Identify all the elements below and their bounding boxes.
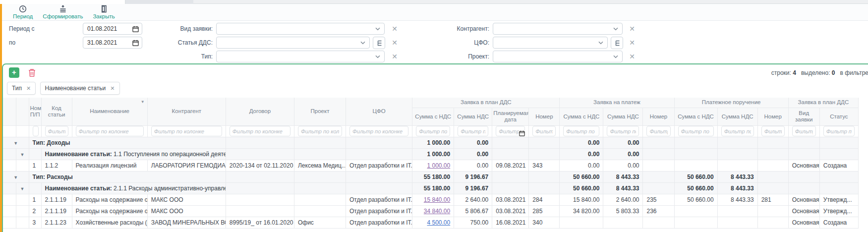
- collapse-group-icon[interactable]: ▼: [20, 186, 25, 191]
- chip-remove-icon[interactable]: ✕: [26, 85, 31, 91]
- cell-name[interactable]: Реализация лицензий: [72, 160, 147, 171]
- cell-pay-nds[interactable]: 5 803.33: [603, 205, 643, 217]
- cell-pay-sum[interactable]: 34 820.00: [560, 205, 603, 217]
- cell-status[interactable]: Утвержд...: [819, 205, 858, 217]
- cell-cfo[interactable]: Отдел разработки и IT...: [346, 160, 412, 171]
- column-header[interactable]: Сумма с НДС: [412, 108, 454, 125]
- cell-vid-zayavki[interactable]: Основная: [788, 160, 819, 171]
- column-header[interactable]: ЦФО: [346, 98, 412, 125]
- cell-pay-nds[interactable]: 0.00: [603, 160, 643, 171]
- cell-project[interactable]: Лексема Медиц...: [294, 160, 346, 171]
- group-expander-cell[interactable]: ▼: [16, 148, 29, 160]
- cell-plan-date[interactable]: 09.08.2021: [492, 160, 529, 171]
- delete-row-button[interactable]: [27, 67, 37, 78]
- cell-plan-date[interactable]: 16.08.2021: [492, 217, 529, 228]
- cell-dogovor[interactable]: [226, 194, 294, 205]
- column-filter-input[interactable]: [76, 126, 144, 136]
- cell-pay-num[interactable]: 235: [643, 194, 674, 205]
- cell-po-sum[interactable]: [674, 205, 717, 217]
- collapse-group-icon[interactable]: ▼: [13, 141, 18, 146]
- filter-select-right-1[interactable]: [493, 37, 608, 49]
- clear-filter-icon[interactable]: ✕: [628, 25, 636, 33]
- chip-remove-icon[interactable]: ✕: [110, 85, 115, 91]
- add-row-button[interactable]: +: [9, 67, 19, 78]
- plan-sum-link[interactable]: 1 000.00: [427, 162, 450, 169]
- column-filter-input[interactable]: [721, 126, 754, 136]
- cell-code[interactable]: 2.1.1.19: [41, 194, 72, 205]
- cell-num[interactable]: 1: [29, 194, 41, 205]
- collapse-group-icon[interactable]: ▼: [13, 175, 18, 180]
- column-header[interactable]: Номер: [643, 108, 674, 125]
- column-header[interactable]: Контрагент: [147, 98, 226, 125]
- column-header[interactable]: [16, 98, 29, 125]
- column-header[interactable]: Планируемая дата: [492, 108, 529, 125]
- cell-plan-num[interactable]: 343: [529, 160, 560, 171]
- cell-project[interactable]: Офис: [294, 217, 346, 228]
- cell-contragent[interactable]: ЛАБОРАТОРИЯ ГЕМОДИАЛ...: [147, 160, 226, 171]
- column-header[interactable]: Сумма НДС: [717, 108, 757, 125]
- cell-cfo[interactable]: Отдел разработки и IT...: [346, 194, 412, 205]
- column-filter-input[interactable]: [458, 126, 488, 136]
- column-header[interactable]: Код статьи: [41, 98, 72, 125]
- column-filter-input[interactable]: [678, 126, 714, 136]
- column-filter-input[interactable]: [416, 126, 450, 136]
- column-filter-input[interactable]: [33, 126, 39, 136]
- cell-po-num[interactable]: [757, 160, 788, 171]
- cell-po-sum[interactable]: 50 660.00: [674, 194, 717, 205]
- group-expander-cell[interactable]: ▼: [3, 137, 29, 148]
- cell-plan-nds[interactable]: 750.00: [454, 217, 492, 228]
- cell-status[interactable]: Создана: [819, 160, 858, 171]
- cell-code[interactable]: 2.1.1.23: [41, 217, 72, 228]
- group-expander-cell[interactable]: ▼: [16, 182, 29, 194]
- cell-plan-num[interactable]: 285: [529, 205, 560, 217]
- cell-vid-zayavki[interactable]: Основная: [788, 217, 819, 228]
- filter-select-mid-0[interactable]: [216, 23, 385, 35]
- plan-sum-link[interactable]: 34 840.00: [424, 208, 450, 215]
- column-header[interactable]: [3, 98, 16, 125]
- cell-code[interactable]: 2.1.1.19: [41, 205, 72, 217]
- cell-plan-sum[interactable]: 4 500.00: [412, 217, 454, 228]
- cell-contragent[interactable]: МАКС ООО: [147, 194, 226, 205]
- cell-pay-num[interactable]: [643, 217, 674, 228]
- group-chip-naimenovanie[interactable]: Наименование статьи✕: [40, 82, 120, 95]
- column-filter-input[interactable]: [230, 126, 290, 136]
- plan-sum-link[interactable]: 15 840.00: [424, 196, 450, 203]
- calendar-icon[interactable]: [519, 130, 525, 136]
- cell-name[interactable]: Хозяйственные расходы (в...: [72, 217, 147, 228]
- group-chip-tip[interactable]: Тип✕: [7, 82, 36, 95]
- column-header[interactable]: Номер: [757, 108, 788, 125]
- cell-pay-nds[interactable]: 2 640.00: [603, 194, 643, 205]
- filter-select-right-0[interactable]: [493, 23, 623, 35]
- cell-plan-nds[interactable]: 5 806.67: [454, 205, 492, 217]
- cell-project[interactable]: [294, 205, 346, 217]
- column-filter-input[interactable]: [298, 126, 342, 136]
- generate-button[interactable]: Сформировать: [38, 4, 88, 19]
- cell-po-num[interactable]: [757, 217, 788, 228]
- cell-plan-sum[interactable]: 15 840.00: [412, 194, 454, 205]
- plan-sum-link[interactable]: 4 500.00: [427, 219, 450, 226]
- column-filter-input[interactable]: [563, 126, 599, 136]
- cell-plan-date[interactable]: 03.08.2021: [492, 194, 529, 205]
- cell-plan-nds[interactable]: 2 640.00: [454, 194, 492, 205]
- filter-select-mid-1[interactable]: [216, 37, 370, 49]
- cell-dogovor[interactable]: 2020-134 от 02.11.2020: [226, 160, 294, 171]
- cell-pay-num[interactable]: [643, 160, 674, 171]
- tree-select-button[interactable]: [611, 37, 623, 49]
- cell-pay-sum[interactable]: 15 840.00: [560, 194, 603, 205]
- column-header[interactable]: Сумма с НДС: [560, 108, 603, 125]
- cell-po-num[interactable]: 281: [757, 194, 788, 205]
- filter-select-right-2[interactable]: [493, 51, 623, 62]
- column-header[interactable]: Сумма НДС: [454, 108, 492, 125]
- column-filter-input[interactable]: [792, 126, 816, 136]
- cell-po-nds[interactable]: [717, 205, 757, 217]
- cell-po-num[interactable]: [757, 205, 788, 217]
- cell-po-nds[interactable]: 8 443.33: [717, 194, 757, 205]
- column-filter-input[interactable]: [151, 126, 222, 136]
- cell-po-sum[interactable]: [674, 217, 717, 228]
- cell-num[interactable]: 3: [29, 217, 41, 228]
- cell-project[interactable]: [294, 194, 346, 205]
- cell-plan-num[interactable]: 340: [529, 217, 560, 228]
- column-filter-input[interactable]: [823, 126, 855, 136]
- cell-name[interactable]: Расходы на содержание оф...: [72, 205, 147, 217]
- cell-num[interactable]: 2: [29, 205, 41, 217]
